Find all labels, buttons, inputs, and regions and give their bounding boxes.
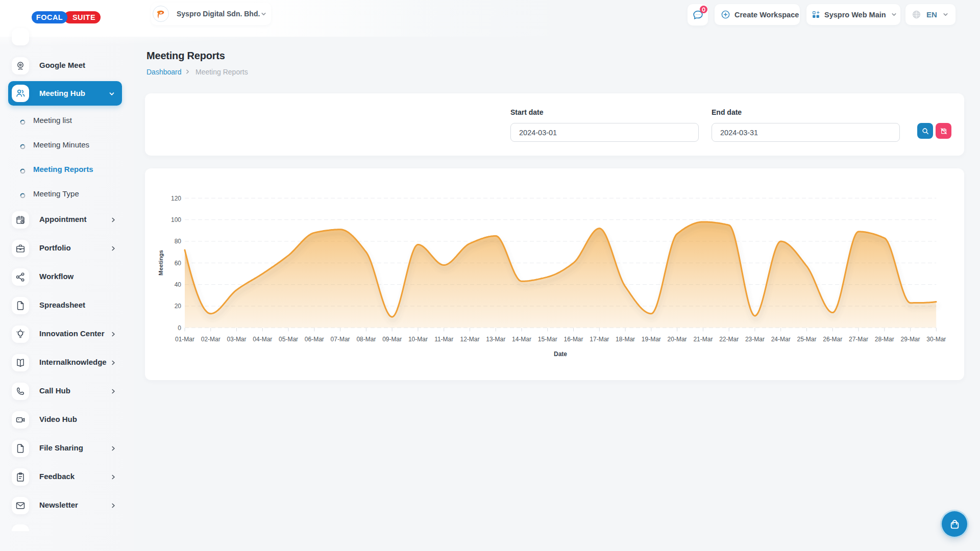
svg-text:06-Mar: 06-Mar bbox=[305, 336, 324, 343]
svg-text:25-Mar: 25-Mar bbox=[797, 336, 816, 343]
svg-text:19-Mar: 19-Mar bbox=[642, 336, 661, 343]
svg-text:04-Mar: 04-Mar bbox=[253, 336, 272, 343]
svg-text:0: 0 bbox=[178, 324, 181, 332]
svg-text:05-Mar: 05-Mar bbox=[279, 336, 298, 343]
svg-text:29-Mar: 29-Mar bbox=[901, 336, 920, 343]
svg-text:21-Mar: 21-Mar bbox=[693, 336, 713, 343]
svg-text:07-Mar: 07-Mar bbox=[331, 336, 350, 343]
svg-text:27-Mar: 27-Mar bbox=[849, 336, 868, 343]
svg-text:26-Mar: 26-Mar bbox=[823, 336, 842, 343]
svg-text:15-Mar: 15-Mar bbox=[538, 336, 557, 343]
svg-text:17-Mar: 17-Mar bbox=[590, 336, 609, 343]
svg-text:28-Mar: 28-Mar bbox=[875, 336, 894, 343]
svg-text:Meetings: Meetings bbox=[158, 250, 164, 276]
svg-text:12-Mar: 12-Mar bbox=[460, 336, 479, 343]
svg-text:30-Mar: 30-Mar bbox=[926, 336, 946, 343]
svg-text:10-Mar: 10-Mar bbox=[408, 336, 428, 343]
svg-text:120: 120 bbox=[171, 195, 181, 202]
svg-text:18-Mar: 18-Mar bbox=[616, 336, 635, 343]
svg-text:100: 100 bbox=[171, 216, 181, 223]
svg-text:60: 60 bbox=[175, 260, 182, 267]
svg-text:20-Mar: 20-Mar bbox=[668, 336, 687, 343]
svg-text:40: 40 bbox=[175, 281, 182, 288]
svg-text:22-Mar: 22-Mar bbox=[719, 336, 739, 343]
svg-text:20: 20 bbox=[175, 303, 182, 310]
svg-text:23-Mar: 23-Mar bbox=[745, 336, 765, 343]
svg-text:08-Mar: 08-Mar bbox=[356, 336, 376, 343]
svg-text:14-Mar: 14-Mar bbox=[512, 336, 531, 343]
svg-text:11-Mar: 11-Mar bbox=[434, 336, 453, 343]
svg-text:09-Mar: 09-Mar bbox=[382, 336, 402, 343]
svg-text:16-Mar: 16-Mar bbox=[564, 336, 583, 343]
svg-text:24-Mar: 24-Mar bbox=[771, 336, 791, 343]
svg-text:01-Mar: 01-Mar bbox=[175, 336, 194, 343]
svg-text:03-Mar: 03-Mar bbox=[227, 336, 247, 343]
svg-text:Date: Date bbox=[554, 350, 567, 358]
svg-text:02-Mar: 02-Mar bbox=[201, 336, 220, 343]
svg-text:80: 80 bbox=[175, 238, 182, 245]
svg-text:13-Mar: 13-Mar bbox=[486, 336, 505, 343]
